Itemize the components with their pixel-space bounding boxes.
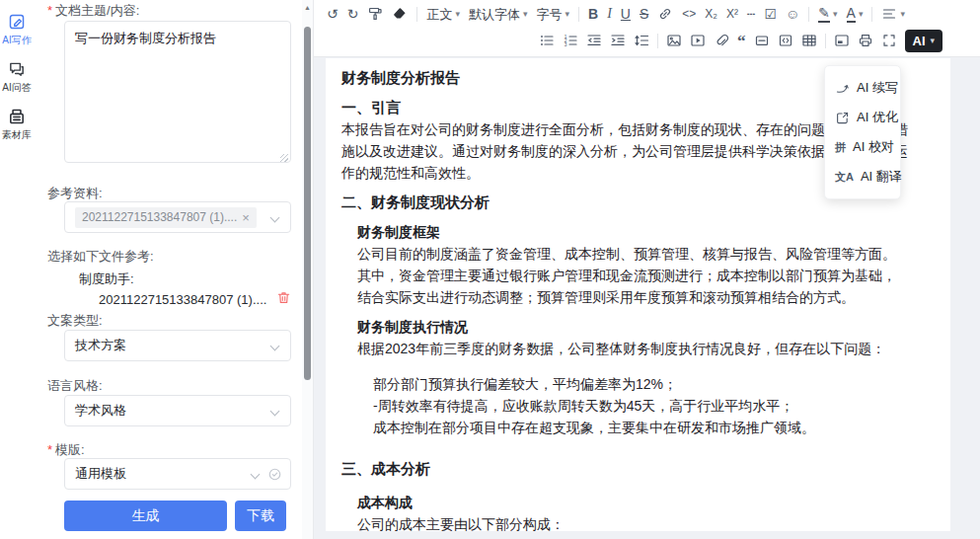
chevron-down-icon: ▾	[455, 10, 460, 19]
ordered-list-icon[interactable]: 123	[563, 33, 578, 48]
undo-icon[interactable]: ↺	[327, 7, 339, 21]
topic-label: *文档主题/内容:	[47, 2, 139, 20]
editor-area: ↺ ↻ 正文▾ 默认字体▾ 字号▾ B I U S	[313, 0, 980, 539]
bullet-list-icon[interactable]	[539, 33, 555, 48]
sidebar-item-ai-qa[interactable]: AI问答	[0, 60, 34, 95]
topic-input[interactable]: 写一份财务制度分析报告	[64, 21, 291, 163]
doc-block-h: 三、成本分析	[341, 458, 935, 480]
template-label: *模版:	[47, 441, 85, 459]
font-color-icon: A	[847, 6, 856, 23]
sidebar-item-label: AI写作	[2, 34, 31, 47]
doc-block-p2: 公司的成本主要由以下部分构成：	[341, 513, 935, 531]
download-button[interactable]: 下载	[235, 500, 286, 531]
horizontal-rule-icon[interactable]: ┄	[747, 7, 755, 21]
doc-block-p2: 公司目前的制度涵盖了资金管理、成本控制、预算管理、核算与报告、风险管理等方面。其…	[341, 243, 935, 308]
doc-block-h2: 成本构成	[341, 492, 935, 513]
sidebar-item-ai-write[interactable]: AI写作	[0, 13, 34, 47]
highlight-color-dropdown[interactable]: ✎▾	[818, 6, 837, 23]
doc-block-p2: 根据2023年前三季度的财务数据，公司整体财务制度执行情况良好，但存在以下问题：	[341, 338, 935, 359]
font-color-dropdown[interactable]: A▾	[847, 6, 864, 23]
bold-icon[interactable]: B	[588, 7, 598, 21]
redo-icon[interactable]: ↻	[347, 7, 359, 21]
indent-icon[interactable]	[610, 33, 626, 48]
textarea-resize-handle[interactable]	[280, 154, 288, 162]
style-select[interactable]: 学术风格	[64, 395, 291, 426]
reference-select[interactable]: 2021122715133847807 (1).... ×	[64, 201, 291, 233]
chevron-down-icon: ▾	[523, 10, 528, 19]
font-size-dropdown[interactable]: 字号▾	[537, 8, 570, 21]
emoji-icon[interactable]: ☺	[786, 7, 799, 21]
chevron-down-icon: ▾	[900, 10, 905, 19]
subscript-icon[interactable]: X₂	[705, 8, 717, 20]
font-family-dropdown[interactable]: 默认字体▾	[469, 8, 528, 21]
reference-file-name: 2021122715133847807 (1)....	[99, 292, 266, 307]
underline-icon[interactable]: U	[621, 7, 631, 21]
menu-item-ai-continue[interactable]: AI 续写	[825, 73, 900, 103]
doc-block-list: 部分部门预算执行偏差较大，平均偏差率为12%；-周转效率有待提高，应收账款周转天…	[341, 373, 935, 438]
chevron-down-icon	[251, 470, 261, 480]
toolbar-divider	[416, 7, 417, 22]
chevron-down-icon	[270, 342, 280, 351]
tag-close-icon[interactable]: ×	[242, 210, 250, 225]
ai-continue-icon	[835, 81, 850, 96]
clear-format-eraser-icon[interactable]	[392, 6, 408, 22]
strikethrough-icon[interactable]: S	[640, 7, 648, 21]
panel-scrollbar[interactable]: ▲	[302, 0, 313, 539]
material-library-icon	[8, 108, 26, 125]
menu-item-ai-translate[interactable]: 文A AI 翻译	[825, 162, 900, 192]
menu-item-ai-proofread[interactable]: 拼 AI 校对	[825, 132, 900, 162]
insert-table-icon[interactable]	[801, 33, 817, 48]
inline-code-icon[interactable]: <>	[682, 8, 696, 20]
required-asterisk: *	[47, 442, 52, 457]
blockquote-icon[interactable]: “	[737, 33, 746, 49]
print-icon[interactable]	[858, 33, 873, 48]
toolbar-divider	[825, 34, 826, 48]
scrollbar-thumb[interactable]	[304, 27, 311, 380]
doc-block-h2: 财务制度执行情况	[341, 316, 935, 338]
divider-block-icon[interactable]	[754, 33, 770, 48]
link-icon[interactable]	[657, 6, 673, 22]
highlighter-pen-icon: ✎	[818, 6, 830, 23]
chevron-down-icon: ▾	[931, 36, 936, 45]
attachment-icon[interactable]	[714, 33, 729, 48]
generate-button[interactable]: 生成	[64, 500, 227, 531]
toolbar-divider	[657, 34, 658, 48]
template-select[interactable]: 通用模板	[64, 458, 291, 490]
doc-block-h2: 财务制度框架	[341, 221, 935, 243]
insert-video-icon[interactable]	[690, 33, 706, 48]
chevron-down-icon: ▾	[565, 10, 570, 19]
required-asterisk: *	[47, 3, 52, 18]
outdent-icon[interactable]	[586, 33, 602, 48]
menu-item-ai-optimize[interactable]: AI 优化	[825, 103, 900, 132]
nav-rail: AI写作 AI问答 素材库	[0, 0, 34, 539]
chevron-down-icon: ▾	[859, 10, 864, 19]
insert-image-icon[interactable]	[666, 33, 682, 48]
chevron-down-icon	[270, 213, 280, 223]
scroll-up-icon[interactable]: ▲	[303, 4, 312, 11]
sidebar-item-label: 素材库	[2, 128, 32, 142]
paragraph-style-dropdown[interactable]: 正文▾	[426, 8, 460, 21]
format-painter-icon[interactable]	[367, 6, 383, 22]
sidebar-item-label: AI问答	[2, 81, 31, 95]
sidebar-item-material[interactable]: 素材库	[0, 108, 34, 142]
code-block-icon[interactable]	[778, 33, 793, 48]
type-select[interactable]: 技术方案	[64, 330, 291, 361]
assistant-label: 制度助手:	[79, 270, 134, 288]
preview-panel-icon[interactable]	[834, 33, 850, 48]
align-dropdown[interactable]: ▾	[881, 6, 905, 22]
reference-file-tag: 2021122715133847807 (1).... ×	[75, 207, 257, 228]
reference-label: 参考资料:	[47, 185, 103, 202]
italic-icon[interactable]: I	[607, 7, 612, 21]
style-label: 语言风格:	[47, 377, 103, 395]
svg-text:3: 3	[565, 42, 567, 47]
superscript-icon[interactable]: X²	[726, 8, 738, 20]
fullscreen-icon[interactable]	[881, 33, 897, 48]
ai-write-form-panel: *文档主题/内容: 写一份财务制度分析报告 参考资料: 202112271513…	[34, 0, 302, 539]
line-spacing-icon[interactable]	[634, 33, 649, 48]
delete-file-trash-icon[interactable]	[276, 290, 291, 305]
task-list-icon[interactable]: ☑	[764, 7, 777, 21]
ai-tools-dropdown-button[interactable]: AI▾	[905, 30, 943, 52]
ai-optimize-icon	[835, 111, 850, 125]
toolbar-row-2: 123 “	[314, 28, 980, 53]
ai-proofread-icon: 拼	[835, 140, 846, 155]
